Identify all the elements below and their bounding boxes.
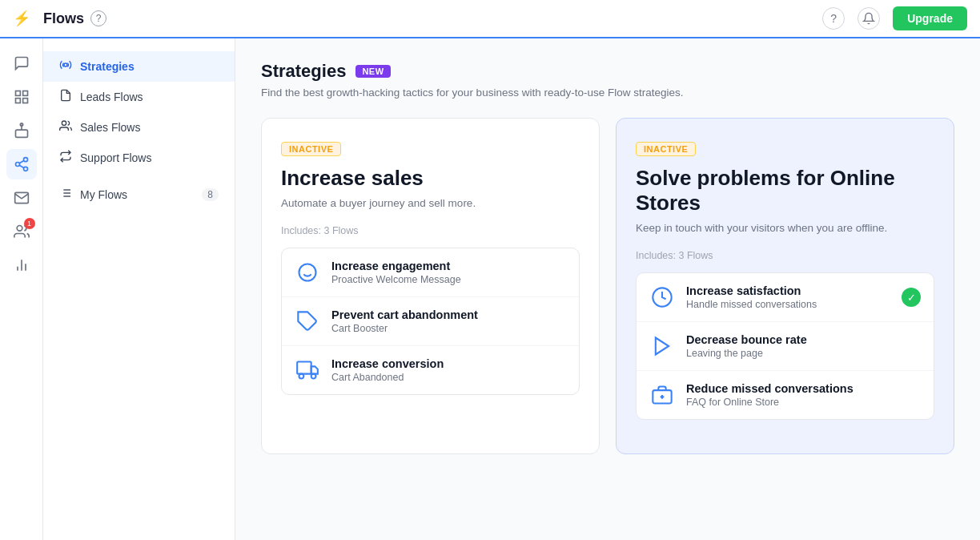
svg-rect-2	[15, 99, 20, 103]
help-icon[interactable]: ?	[90, 10, 106, 26]
flow-item-increase-engagement[interactable]: Increase engagement Proactive Welcome Me…	[282, 248, 579, 297]
svg-rect-1	[22, 91, 27, 96]
flow-item-decrease-bounce[interactable]: Decrease bounce rate Leaving the page	[637, 322, 934, 371]
strategies-label: Strategies	[80, 60, 219, 73]
flows-logo-icon: ⚡	[13, 10, 30, 27]
flow-desc-satisfaction: Handle missed conversations	[686, 299, 890, 310]
flow-title-prevent-cart: Prevent cart abandonment	[331, 308, 566, 321]
svg-point-7	[15, 163, 19, 167]
flow-content-bounce: Decrease bounce rate Leaving the page	[686, 333, 921, 359]
icon-bar-analytics[interactable]	[6, 250, 37, 280]
flow-item-reduce-missed[interactable]: Reduce missed conversations FAQ for Onli…	[637, 371, 934, 419]
contacts-badge: 1	[24, 218, 35, 229]
flow-content-prevent-cart: Prevent cart abandonment Cart Booster	[331, 308, 566, 334]
svg-rect-25	[297, 362, 311, 374]
flow-list-1: Increase engagement Proactive Welcome Me…	[281, 248, 580, 395]
sidebar-item-support-flows[interactable]: Support Flows	[43, 143, 235, 173]
sales-flows-icon	[59, 119, 72, 135]
cards-grid: INACTIVE Increase sales Automate a buyer…	[261, 118, 954, 454]
flow-title-conversion: Increase conversion	[331, 357, 566, 370]
sidebar-item-leads-flows[interactable]: Leads Flows	[43, 82, 235, 112]
icon-bar-chat[interactable]	[6, 48, 37, 79]
flow-content-engagement: Increase engagement Proactive Welcome Me…	[331, 260, 566, 285]
new-badge: NEW	[355, 65, 390, 78]
inactive-badge-2: INACTIVE	[636, 142, 696, 156]
page-header: Strategies NEW	[261, 61, 954, 82]
my-flows-label: My Flows	[80, 188, 194, 201]
svg-point-9	[17, 226, 22, 232]
satisfaction-check-icon: ✓	[902, 288, 921, 307]
svg-point-21	[299, 264, 316, 281]
sidebar-item-sales-flows[interactable]: Sales Flows	[43, 112, 235, 143]
icon-bar-layout[interactable]	[6, 82, 37, 112]
main-layout: 1 Strategies Leads Flows Sales Flows	[0, 38, 980, 540]
svg-rect-3	[22, 99, 27, 103]
flow-title-bounce: Decrease bounce rate	[686, 333, 921, 346]
sidebar-item-strategies[interactable]: Strategies	[43, 51, 235, 82]
includes-label-2: Includes: 3 Flows	[636, 250, 934, 261]
missed-icon	[649, 382, 675, 408]
my-flows-count: 8	[202, 188, 219, 201]
page-title: Flows	[43, 10, 84, 27]
icon-bar-bot[interactable]	[6, 115, 37, 146]
strategy-card-increase-sales[interactable]: INACTIVE Increase sales Automate a buyer…	[261, 118, 600, 454]
svg-point-13	[64, 63, 67, 66]
flow-title-engagement: Increase engagement	[331, 260, 566, 272]
bounce-icon	[649, 333, 675, 359]
card-subtitle-2: Keep in touch with your visitors when yo…	[636, 222, 934, 234]
strategies-title: Strategies	[261, 61, 346, 82]
sales-flows-label: Sales Flows	[80, 121, 219, 134]
support-flows-icon	[59, 150, 72, 166]
svg-rect-4	[15, 130, 27, 137]
sidebar: Strategies Leads Flows Sales Flows Suppo…	[43, 38, 235, 540]
icon-bar-mail[interactable]	[6, 183, 37, 213]
flow-content-conversion: Increase conversion Cart Abandoned	[331, 357, 566, 383]
upgrade-button[interactable]: Upgrade	[893, 6, 967, 30]
top-bar: ⚡ Flows ? ? Upgrade	[0, 0, 980, 38]
flow-desc-engagement: Proactive Welcome Message	[331, 274, 566, 285]
flow-title-missed: Reduce missed conversations	[686, 382, 921, 395]
page-subtitle: Find the best growth-hacking tactics for…	[261, 87, 954, 99]
support-flows-label: Support Flows	[80, 151, 219, 164]
cart-icon	[295, 308, 320, 334]
flow-desc-missed: FAQ for Online Store	[686, 397, 921, 408]
svg-point-8	[23, 167, 27, 171]
flow-desc-conversion: Cart Abandoned	[331, 372, 566, 383]
flow-content-satisfaction: Increase satisfaction Handle missed conv…	[686, 284, 890, 310]
flow-list-2: Increase satisfaction Handle missed conv…	[636, 272, 934, 420]
leads-flows-icon	[59, 89, 72, 105]
notifications-icon[interactable]	[858, 7, 880, 30]
flow-title-satisfaction: Increase satisfaction	[686, 284, 890, 297]
strategy-card-solve-problems[interactable]: INACTIVE Solve problems for Online Store…	[616, 118, 954, 454]
inactive-badge-1: INACTIVE	[281, 142, 341, 156]
engagement-icon	[295, 260, 320, 285]
satisfaction-icon	[649, 284, 675, 310]
flow-content-missed: Reduce missed conversations FAQ for Onli…	[686, 382, 921, 408]
leads-flows-label: Leads Flows	[80, 91, 219, 103]
card-title-1: Increase sales	[281, 166, 580, 191]
svg-point-27	[311, 374, 316, 379]
card-subtitle-1: Automate a buyer journey and sell more.	[281, 197, 580, 209]
my-flows-icon	[59, 187, 72, 203]
svg-marker-29	[656, 338, 669, 355]
icon-bar-contacts[interactable]: 1	[6, 216, 37, 247]
flow-item-increase-satisfaction[interactable]: Increase satisfaction Handle missed conv…	[637, 273, 934, 322]
svg-point-14	[62, 121, 66, 125]
top-bar-actions: ? Upgrade	[822, 6, 967, 30]
help-circle-icon[interactable]: ?	[822, 7, 845, 30]
includes-label-1: Includes: 3 Flows	[281, 225, 580, 236]
icon-bar: 1	[0, 38, 43, 540]
icon-bar-flows[interactable]	[6, 149, 37, 179]
svg-point-26	[299, 374, 304, 379]
conversion-icon	[295, 357, 320, 383]
svg-point-6	[23, 158, 27, 162]
flow-desc-bounce: Leaving the page	[686, 348, 921, 359]
strategies-icon	[59, 58, 72, 75]
flow-item-prevent-cart[interactable]: Prevent cart abandonment Cart Booster	[282, 297, 579, 346]
flow-desc-prevent-cart: Cart Booster	[331, 323, 566, 334]
sidebar-item-my-flows[interactable]: My Flows 8	[43, 179, 235, 210]
main-content: Strategies NEW Find the best growth-hack…	[235, 38, 980, 540]
svg-rect-0	[15, 91, 20, 96]
card-title-2: Solve problems for Online Stores	[636, 166, 934, 216]
flow-item-increase-conversion[interactable]: Increase conversion Cart Abandoned	[282, 346, 579, 394]
